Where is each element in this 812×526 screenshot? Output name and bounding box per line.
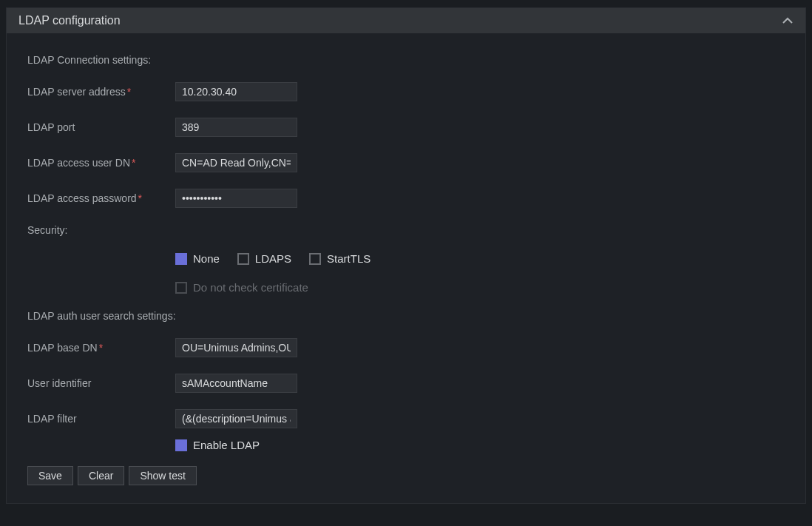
checkbox-icon <box>175 282 187 294</box>
security-ldaps-radio[interactable]: LDAPS <box>237 252 291 265</box>
security-starttls-radio[interactable]: StartTLS <box>309 252 371 265</box>
security-radio-group: None LDAPS StartTLS <box>175 252 371 265</box>
userid-label: User identifier <box>27 377 175 389</box>
server-label: LDAP server address* <box>27 86 175 98</box>
panel-title: LDAP configuration <box>18 14 121 27</box>
userid-input[interactable] <box>175 374 297 393</box>
show-test-button[interactable]: Show test <box>129 466 196 485</box>
search-section-label: LDAP auth user search settings: <box>27 310 785 322</box>
clear-button[interactable]: Clear <box>78 466 124 485</box>
server-input[interactable] <box>175 82 297 101</box>
basedn-label: LDAP base DN* <box>27 342 175 354</box>
radio-box-icon <box>237 253 249 265</box>
security-none-radio[interactable]: None <box>175 252 220 265</box>
ldap-config-panel: LDAP configuration LDAP Connection setti… <box>6 7 806 504</box>
security-row: Security: <box>27 224 785 236</box>
panel-header[interactable]: LDAP configuration <box>7 8 805 33</box>
button-row: Save Clear Show test <box>27 466 785 485</box>
password-row: LDAP access password* <box>27 189 785 208</box>
filter-label: LDAP filter <box>27 413 175 425</box>
chevron-up-icon[interactable] <box>782 15 794 27</box>
basedn-row: LDAP base DN* <box>27 338 785 357</box>
connection-section-label: LDAP Connection settings: <box>27 54 785 66</box>
userdn-input[interactable] <box>175 153 297 172</box>
userid-row: User identifier <box>27 374 785 393</box>
radio-box-icon <box>175 253 187 265</box>
nocertcheck-checkbox: Do not check certificate <box>175 281 308 294</box>
userdn-row: LDAP access user DN* <box>27 153 785 172</box>
panel-body: LDAP Connection settings: LDAP server ad… <box>7 33 805 503</box>
password-label: LDAP access password* <box>27 192 175 204</box>
radio-box-icon <box>309 253 321 265</box>
enable-ldap-row: Enable LDAP <box>27 439 785 451</box>
enable-ldap-checkbox[interactable]: Enable LDAP <box>175 439 260 451</box>
checkbox-icon <box>175 439 187 451</box>
security-label: Security: <box>27 224 175 236</box>
security-options-row: None LDAPS StartTLS <box>27 252 785 265</box>
filter-row: LDAP filter <box>27 409 785 428</box>
nocertcheck-row: Do not check certificate <box>27 281 785 294</box>
server-row: LDAP server address* <box>27 82 785 101</box>
port-label: LDAP port <box>27 121 175 133</box>
userdn-label: LDAP access user DN* <box>27 157 175 169</box>
save-button[interactable]: Save <box>27 466 73 485</box>
password-input[interactable] <box>175 189 297 208</box>
port-input[interactable] <box>175 118 297 137</box>
basedn-input[interactable] <box>175 338 297 357</box>
port-row: LDAP port <box>27 118 785 137</box>
filter-input[interactable] <box>175 409 297 428</box>
